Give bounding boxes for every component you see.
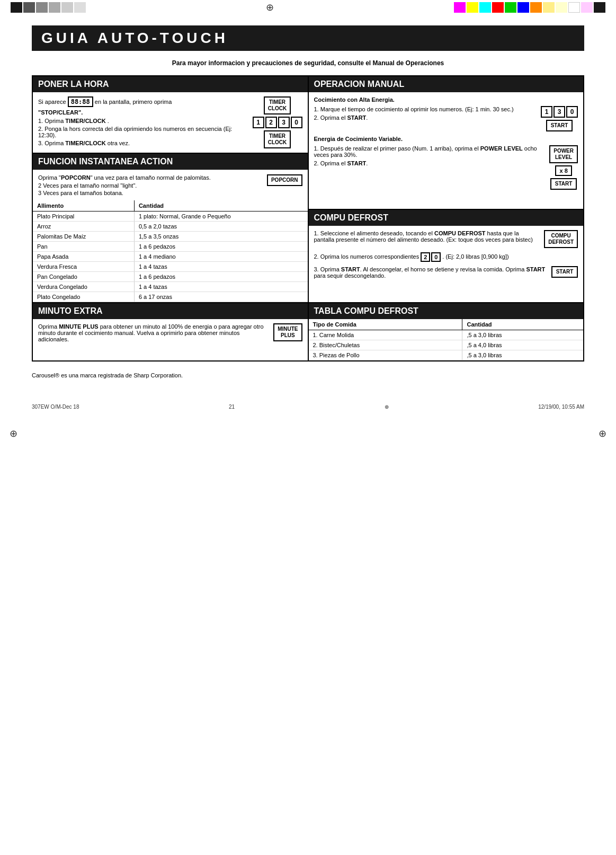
popcorn-line2: 2 Veces para el tamaño normal "light". <box>38 182 263 189</box>
power-level-button[interactable]: POWER LEVEL <box>549 145 578 163</box>
timer-text-block: Si aparece 88:88 en la pantalla, primero… <box>38 96 247 146</box>
footer-right: 12/19/00, 10:55 AM <box>538 404 584 410</box>
compu-content: 1. Seleccione el alimento deseado, tocan… <box>309 226 584 287</box>
compu-step2: 2. Oprima los numeros correspondientes 2… <box>314 252 578 262</box>
food-cell: Pan <box>33 242 134 252</box>
swatch-pale-yellow <box>543 2 555 13</box>
alta-row: 1. Marque el tiempo de cocimiento al opr… <box>314 106 578 131</box>
step1-text: 1. Oprima TIMER/CLOCK . <box>38 118 247 124</box>
swatch-magenta <box>454 2 466 13</box>
swatch-lighter-gray <box>61 2 73 13</box>
digit-0: 0 <box>566 106 578 118</box>
compu-step1-btn: COMPU DEFROST <box>544 230 578 248</box>
timer-clock-button-2[interactable]: TIMER CLOCK <box>264 130 291 148</box>
tabla-content: Tipo de Comida Cantidad 1. Carne Molida,… <box>309 319 584 360</box>
digits-1230: 1 2 3 0 <box>253 117 302 128</box>
cantidad-cell: ,5 a 3,0 libras <box>462 330 583 340</box>
trademark-text: Carousel® es una marca registrada de Sha… <box>32 372 584 378</box>
minuto-extra-section: MINUTO EXTRA Oprima MINUTE PLUS para obt… <box>33 303 309 360</box>
minute-plus-button[interactable]: MINUTE PLUS <box>273 323 302 341</box>
digits-130: 1 3 0 <box>541 106 578 118</box>
qty-cell: 6 a 17 onzas <box>134 292 307 302</box>
food-cell: Palomitas De Maíz <box>33 232 134 242</box>
timer-clock-button-1[interactable]: TIMER CLOCK <box>264 96 291 114</box>
swatch-orange <box>530 2 542 13</box>
tabla-col2-header: Cantidad <box>462 319 583 330</box>
tabla-section: TABLA COMPU DEFROST Tipo de Comida Canti… <box>309 303 584 360</box>
start-button-2[interactable]: START <box>550 178 577 190</box>
reg-mark-left: ⊕ <box>10 428 17 439</box>
top-color-bar: ⊕ <box>0 0 616 15</box>
energia-step2: 2. Oprima el START. <box>314 160 546 166</box>
minuto-button-container: MINUTE PLUS <box>273 323 302 342</box>
timer-buttons: TIMER CLOCK 1 2 3 0 TIMER CLOCK <box>253 96 302 148</box>
step2-text: 2. Ponga la hors correcta del dia oprimi… <box>38 126 247 138</box>
alta-text: 1. Marque el tiempo de cocimiento al opr… <box>314 106 537 121</box>
table-row: Papa Asada1 a 4 mediano <box>33 252 308 262</box>
digit-0: 0 <box>291 117 302 128</box>
food-cell: Arroz <box>33 222 134 232</box>
energia-title: Energia de Cocimiento Variable. <box>314 136 578 142</box>
time-display: 88:88 <box>68 96 93 107</box>
alta-step1: 1. Marque el tiempo de cocimiento al opr… <box>314 106 537 112</box>
digit-1: 1 <box>541 106 552 118</box>
funcion-section: FUNCION INSTANTANEA ACTION Oprima "POPCO… <box>33 153 308 302</box>
swatch-green <box>505 2 516 13</box>
step3-text: 3. Oprima TIMER/CLOCK otra vez. <box>38 140 247 146</box>
table-row: Verdura Congelado1 a 4 tazas <box>33 282 308 292</box>
qty-cell: 1 plato: Normal, Grande o Pequeño <box>134 211 307 222</box>
swatch-red <box>492 2 504 13</box>
qty-cell: 1 a 4 mediano <box>134 252 307 262</box>
food-cell: Verdura Congelado <box>33 282 134 292</box>
registration-mark-top: ⊕ <box>266 3 274 12</box>
compu-step1: 1. Seleccione el alimento deseado, tocan… <box>314 230 540 243</box>
compu-step2-row: 2. Oprima los numeros correspondientes 2… <box>314 252 578 262</box>
digit-2: 2 <box>265 117 277 128</box>
popcorn-row: Oprima "POPCORN" una vez para el tamaño … <box>33 170 308 200</box>
qty-cell: 1,5 a 3,5 onzas <box>134 232 307 242</box>
bottom-layout: MINUTO EXTRA Oprima MINUTE PLUS para obt… <box>32 303 584 362</box>
cantidad-cell: ,5 a 4,0 libras <box>462 340 583 350</box>
popcorn-button[interactable]: POPCORN <box>267 174 302 186</box>
compu-step3-btn: START <box>551 266 578 278</box>
page-title: GUIA AUTO-TOUCH <box>32 25 584 51</box>
alta-buttons: 1 3 0 START <box>541 106 578 131</box>
popcorn-line3: 3 Veces para el tamaños botana. <box>38 190 263 196</box>
minuto-extra-header: MINUTO EXTRA <box>33 303 308 319</box>
minuto-content: Oprima MINUTE PLUS para obtener un minut… <box>33 319 308 347</box>
compu-step1-text: 1. Seleccione el alimento deseado, tocan… <box>314 230 540 243</box>
stop-clear-text: "STOP/CLEAR". <box>38 109 247 116</box>
subtitle: Para mayor informacion y precauciones de… <box>32 59 584 67</box>
footer-center: 21 <box>229 404 235 410</box>
popcorn-text: Oprima "POPCORN" una vez para el tamaño … <box>38 174 263 196</box>
operacion-header: OPERACION MANUAL <box>309 76 584 92</box>
qty-cell: 1 a 4 tazas <box>134 262 307 272</box>
tabla-row: 3. Piezas de Pollo,5 a 3,0 libras <box>309 350 584 360</box>
start-button-3[interactable]: START <box>551 266 578 278</box>
compu-step3: 3. Oprima START. Al descongelar, el horn… <box>314 266 548 279</box>
compu-header: COMPU DEFROST <box>309 210 584 226</box>
col-food-header: Allimento <box>33 200 134 211</box>
swatch-blue <box>517 2 529 13</box>
popcorn-button-container: POPCORN <box>267 174 302 186</box>
swatches-right <box>454 2 605 13</box>
table-row: Arroz0,5 a 2,0 tazas <box>33 222 308 232</box>
energia-step1: 1. Después de realizar el primer paso (N… <box>314 145 546 158</box>
swatches-left <box>11 2 86 13</box>
tipo-cell: 1. Carne Molida <box>309 330 462 340</box>
table-row: Pan1 a 6 pedazos <box>33 242 308 252</box>
swatch-pink <box>581 2 593 13</box>
food-cell: Plato Congelado <box>33 292 134 302</box>
swatch-light-gray <box>49 2 60 13</box>
table-row: Verdura Fresca1 a 4 tazas <box>33 262 308 272</box>
digit-0: 0 <box>431 252 441 262</box>
poner-la-hora-content: Si aparece 88:88 en la pantalla, primero… <box>33 92 308 153</box>
alta-step2: 2. Oprima el START. <box>314 114 537 121</box>
alta-energia-title: Cocimiento con Alta Energia. <box>314 96 578 103</box>
compu-defrost-button[interactable]: COMPU DEFROST <box>544 230 578 248</box>
compu-section: COMPU DEFROST 1. Seleccione el alimento … <box>309 209 584 287</box>
swatch-cream <box>556 2 567 13</box>
start-button-1[interactable]: START <box>546 120 573 131</box>
footer-left: 307EW O/M-Dec 18 <box>32 404 79 410</box>
swatch-black <box>11 2 22 13</box>
